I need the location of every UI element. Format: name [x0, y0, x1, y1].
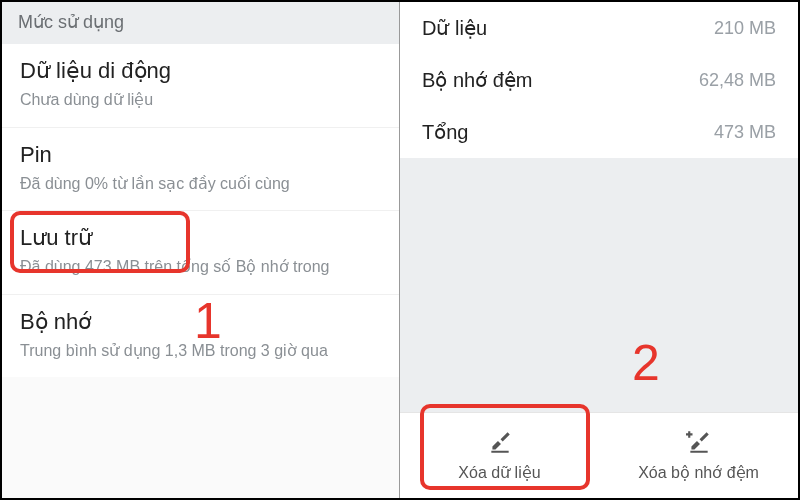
item-sub: Chưa dùng dữ liệu — [20, 89, 381, 111]
row-cache[interactable]: Bộ nhớ đệm 62,48 MB — [400, 54, 798, 106]
row-value: 210 MB — [714, 18, 776, 39]
item-sub: Đã dùng 0% từ lần sạc đầy cuối cùng — [20, 173, 381, 195]
item-title: Lưu trữ — [20, 225, 381, 251]
broom-plus-icon — [686, 429, 712, 459]
button-label: Xóa dữ liệu — [458, 463, 540, 482]
empty-area — [400, 158, 798, 412]
row-total[interactable]: Tổng 473 MB — [400, 106, 798, 158]
clear-data-button[interactable]: Xóa dữ liệu — [400, 413, 599, 498]
usage-panel: Mức sử dụng Dữ liệu di động Chưa dùng dữ… — [2, 2, 400, 498]
row-value: 62,48 MB — [699, 70, 776, 91]
item-memory[interactable]: Bộ nhớ Trung bình sử dụng 1,3 MB trong 3… — [2, 295, 399, 378]
section-header-label: Mức sử dụng — [18, 11, 124, 33]
row-label: Dữ liệu — [422, 16, 487, 40]
row-data[interactable]: Dữ liệu 210 MB — [400, 2, 798, 54]
item-battery[interactable]: Pin Đã dùng 0% từ lần sạc đầy cuối cùng — [2, 128, 399, 212]
clear-cache-button[interactable]: Xóa bộ nhớ đệm — [599, 413, 798, 498]
section-header-usage: Mức sử dụng — [2, 2, 399, 44]
item-title: Bộ nhớ — [20, 309, 381, 335]
row-value: 473 MB — [714, 122, 776, 143]
item-title: Dữ liệu di động — [20, 58, 381, 84]
row-label: Bộ nhớ đệm — [422, 68, 532, 92]
broom-icon — [487, 429, 513, 459]
item-sub: Trung bình sử dụng 1,3 MB trong 3 giờ qu… — [20, 340, 381, 362]
item-storage[interactable]: Lưu trữ Đã dùng 473 MB trên tổng số Bộ n… — [2, 211, 399, 295]
button-label: Xóa bộ nhớ đệm — [638, 463, 759, 482]
item-title: Pin — [20, 142, 381, 168]
item-sub: Đã dùng 473 MB trên tổng số Bộ nhớ trong — [20, 256, 381, 278]
row-label: Tổng — [422, 120, 468, 144]
bottom-action-bar: Xóa dữ liệu Xóa bộ nhớ đệm — [400, 412, 798, 498]
item-mobile-data[interactable]: Dữ liệu di động Chưa dùng dữ liệu — [2, 44, 399, 128]
storage-detail-panel: Dữ liệu 210 MB Bộ nhớ đệm 62,48 MB Tổng … — [400, 2, 798, 498]
